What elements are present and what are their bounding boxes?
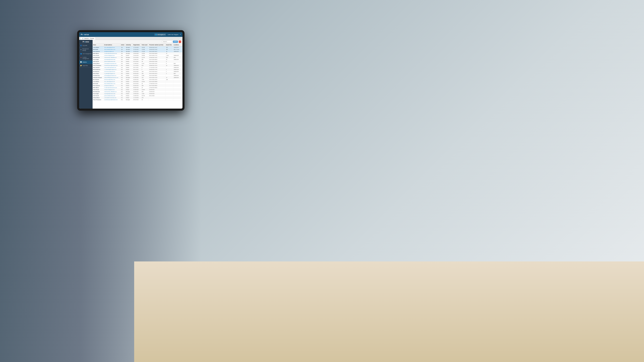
cell-active: Yes — [120, 77, 125, 79]
sidebar-item-location-management[interactable]: 📍 Location management — [79, 56, 92, 60]
cell-tools: 7,847 — [141, 79, 148, 81]
cell-authority: Manager — [126, 77, 133, 79]
table-row[interactable]: Jack Carroll jackcarroll@rainbow.edu Yes… — [92, 95, 182, 97]
sidebar-item-my-profile[interactable]: 👤 My profile — [79, 44, 92, 47]
table-row[interactable]: Amy Knight amyknight@rainbow.edu Yes Def… — [92, 93, 182, 95]
cell-active: Yes — [120, 62, 125, 64]
data-table-wrapper[interactable]: Name E-mail address Active Authority Reg… — [92, 43, 182, 109]
cell-name: Jimmy Moore — [92, 62, 104, 64]
sidebar-item-management-settings[interactable]: ⚙ Management settings — [79, 47, 92, 52]
search-input[interactable] — [162, 40, 172, 43]
cell-authority: Default — [126, 70, 133, 72]
table-row[interactable]: Puck Jackson puckjackson@live.en Yes Def… — [92, 85, 182, 87]
col-header-active[interactable]: Active — [120, 43, 125, 46]
cell-registration: 21-07-2011 — [133, 56, 141, 58]
cell-locations: VERKOOP — [173, 46, 182, 48]
sidebar-item-statistics[interactable]: 📊 Statistics — [79, 60, 92, 64]
cell-authority: Default — [126, 64, 133, 66]
cell-active: Yes — [120, 95, 125, 97]
col-header-presenter[interactable]: Presenter started Last time — [149, 43, 166, 46]
sidebar-label-location-management: Location management — [82, 57, 92, 59]
table-row[interactable]: Bob Smith bob.smith@smithco.com Yes Defa… — [92, 83, 182, 85]
cell-saved: 1 — [166, 70, 173, 72]
cell-saved: 6 — [166, 60, 173, 62]
table-row[interactable]: Luca Adams luca_adam@gmail.com Yes Manag… — [92, 46, 182, 48]
cell-tools: 16,475 — [141, 95, 148, 97]
cell-saved: 873 — [166, 46, 173, 48]
save-button[interactable]: SAVE — [173, 40, 178, 43]
col-header-authority[interactable]: Authority — [126, 43, 133, 46]
cell-tools: 18,083 — [141, 54, 148, 56]
table-row[interactable]: Eva Harrison eva.harrison@school.en Yes … — [92, 70, 182, 72]
table-row[interactable]: Jimmy Moore j.moore@mcuniversity.com Yes… — [92, 62, 182, 64]
cell-tools: 14,876 — [141, 52, 148, 54]
table-row[interactable]: Amanda Grey amanda@greylocations.en Yes … — [92, 75, 182, 77]
cell-saved: 1 — [166, 68, 173, 70]
cell-presenter: 29-09-2013 — [149, 89, 166, 91]
col-header-tools[interactable]: Tools used — [141, 43, 148, 46]
cell-presenter: 14-06-2013 09:01 — [149, 87, 166, 89]
cell-active: Yes — [120, 97, 125, 99]
cell-active: Yes — [120, 66, 125, 68]
cell-email: seban1984@palmharrison.com — [104, 77, 120, 79]
table-row[interactable]: Sebastian Howard seban1984@palmharrison.… — [92, 77, 182, 79]
table-row[interactable]: Jimmy Moore j.moore@mcuniversity.com Yes… — [92, 97, 182, 99]
table-row[interactable]: Amy Knight amyknight@rainbow.edu Yes Def… — [92, 58, 182, 60]
table-row[interactable]: Puck Jackson puckjackson@live.en Yes Man… — [92, 50, 182, 52]
cell-name: Luca Adams — [92, 46, 104, 48]
cell-locations — [173, 91, 182, 93]
col-header-saved[interactable]: Saved files — [166, 43, 173, 46]
table-row[interactable]: Bob Hendersol c_vanberkij@localgreen.en … — [92, 68, 182, 70]
cell-saved: 9 — [166, 62, 173, 64]
app-header: Prowise 🌐 43 English ▾ Lieke van Happen … — [79, 32, 182, 37]
language-selector[interactable]: 🌐 43 English ▾ — [154, 33, 166, 36]
close-button[interactable]: ✕ — [179, 40, 181, 43]
table-row[interactable]: Mary Sanders mary.sanders@cbello.com Yes… — [92, 66, 182, 68]
cell-saved: 37 — [166, 52, 173, 54]
app-body: Prowise 👤 My profile ⚙ Management settin… — [79, 40, 182, 109]
table-row[interactable]: Chris Turner christurner@gmail.com Yes D… — [92, 89, 182, 91]
table-row[interactable]: Vince Thompson vincethompson@howard.com … — [92, 64, 182, 66]
cell-name: Jack Carroll — [92, 95, 104, 97]
cell-locations — [173, 93, 182, 95]
table-row[interactable]: Mike Wilson m.wilson@robertschool.com Ye… — [92, 52, 182, 54]
table-row[interactable]: Chris Turner christurner@gmail.com Yes D… — [92, 54, 182, 56]
cell-active: Yes — [120, 68, 125, 70]
col-header-registration[interactable]: Registration — [133, 43, 141, 46]
statistics-tab[interactable]: 📊 Statistics - Prowise — [80, 37, 96, 40]
cell-authority: Default — [126, 79, 133, 81]
cell-authority: Default — [126, 62, 133, 64]
table-row[interactable]: Nick Marshall nickmarshall_1982@live.en … — [92, 91, 182, 93]
cell-presenter: 03-07-2013 20:12 — [149, 72, 166, 75]
cell-email: vincethompson@howard.com — [104, 64, 120, 66]
cell-name: Mike Wilson — [92, 52, 104, 54]
cell-name: Chris Turner — [92, 89, 104, 91]
cell-name: Bob Hendersol — [92, 68, 104, 70]
table-row[interactable]: Luca Adams luca_adam@gmail.com Yes Defau… — [92, 81, 182, 83]
cell-active: Yes — [120, 58, 125, 60]
cell-name: Nick Marshall — [92, 91, 104, 93]
col-header-name[interactable]: Name — [92, 43, 104, 46]
table-row[interactable]: Bob Smith bob.smith@smithco.com Yes Mana… — [92, 48, 182, 50]
users-icon: 👥 — [80, 53, 82, 55]
cell-locations — [173, 60, 182, 62]
cell-active: Yes — [120, 83, 125, 85]
table-row[interactable]: Harry Potter h_potter@localgreen.en Yes … — [92, 72, 182, 75]
table-row[interactable]: Nick Marshall nickmarshall_1982@live.en … — [92, 56, 182, 58]
cell-email: christurner@gmail.com — [104, 89, 120, 91]
cell-tools: 10,341 — [141, 81, 148, 83]
tablet-screen: Prowise 🌐 43 English ▾ Lieke van Happen … — [79, 32, 182, 109]
table-row[interactable]: Ben Howard benhoward@ardley.com Yes Defa… — [92, 79, 182, 81]
col-header-email[interactable]: E-mail address — [104, 43, 120, 46]
cell-active: Yes — [120, 99, 125, 101]
table-row[interactable]: Vince Thompson vincethompson@howard.com … — [92, 99, 182, 101]
cell-saved: 27 — [166, 77, 173, 79]
sidebar-item-import-files[interactable]: 📁 Import files — [79, 64, 92, 67]
table-row[interactable]: Mike Wilson m.wilson@robertschool.com Ye… — [92, 87, 182, 89]
cell-registration: 01-08-2012 — [133, 77, 141, 79]
sidebar-label-management-settings: Management settings — [82, 48, 92, 51]
sidebar-item-user-management[interactable]: 👥 User management — [79, 52, 92, 56]
col-header-locations[interactable]: Locations — [173, 43, 182, 46]
table-row[interactable]: Jack Carroll jackcarroll@rainbow.edu Yes… — [92, 60, 182, 62]
cell-registration: 08-08-2013 — [133, 87, 141, 89]
